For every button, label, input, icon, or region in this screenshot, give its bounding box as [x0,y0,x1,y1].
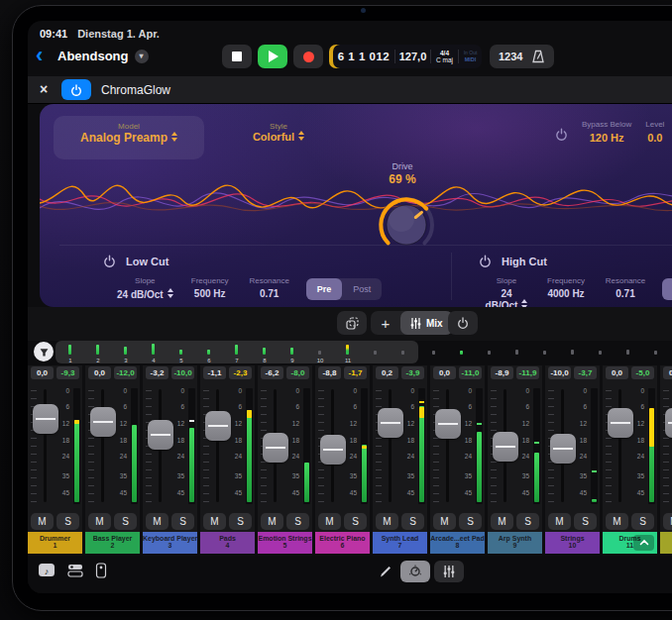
fader-handle[interactable] [550,434,576,464]
solo-button[interactable]: S [56,513,79,530]
duplicate-button[interactable] [337,311,367,335]
plugin-tiles-icon[interactable] [67,563,83,582]
volume-value[interactable]: -8,9 [491,366,513,379]
fader-handle[interactable] [608,408,633,438]
mute-button[interactable]: M [663,513,672,530]
peak-level-value[interactable]: -5,0 [631,366,654,379]
fader-handle[interactable] [263,433,288,463]
mute-button[interactable]: M [318,513,341,530]
lcd-display[interactable]: 6 1 1 012 127,0 4/4 C maj In Out MIDI [333,45,482,68]
peak-level-value[interactable]: -11,9 [516,366,539,379]
peak-level-value[interactable]: -3,7 [574,366,597,379]
mute-button[interactable]: M [491,513,513,530]
fader-handle[interactable] [665,408,672,438]
level-control[interactable]: Level 0.0 [645,120,664,144]
play-button[interactable] [258,45,287,68]
mute-button[interactable]: M [203,513,226,530]
peak-level-value[interactable]: -8,0 [286,366,309,379]
fader-handle[interactable] [320,435,346,465]
fader-handle[interactable] [493,432,518,462]
volume-value[interactable]: 0,0 [606,366,628,379]
mute-button[interactable]: M [261,513,283,530]
pre-option[interactable]: Pre [662,278,672,300]
solo-button[interactable]: S [459,513,482,530]
close-icon[interactable]: × [40,81,48,97]
fader-handle[interactable] [378,408,403,438]
high-cut-pre-post-segment[interactable]: Pre Post [662,278,672,300]
volume-value[interactable]: -3,2 [146,366,168,379]
track-label[interactable]: Drums 11 [603,532,657,554]
track-label[interactable]: Strings 10 [545,532,600,554]
solo-button[interactable]: S [574,513,597,530]
low-cut-resonance[interactable]: Resonance 0.71 [247,276,292,299]
high-cut-frequency[interactable]: Frequency 4000 Hz [543,276,589,299]
stop-button[interactable] [222,45,252,68]
mute-button[interactable]: M [376,513,398,530]
bypass-power-icon[interactable] [555,128,568,141]
record-button[interactable] [293,45,323,68]
low-cut-frequency[interactable]: Frequency 500 Hz [187,276,233,299]
pencil-icon[interactable] [379,565,392,582]
solo-button[interactable]: S [171,513,194,530]
mixer-view-button[interactable] [434,561,464,582]
back-chevron-icon[interactable]: ‹ [36,43,43,68]
track-label[interactable]: Pads 4 [200,532,255,554]
collapse-chevron-button[interactable] [633,535,654,551]
volume-value[interactable]: 0,0 [663,366,672,379]
fader-handle[interactable] [148,420,173,450]
low-cut-power-icon[interactable] [103,255,116,267]
model-selector[interactable]: Model Analog Preamp [54,116,204,159]
peak-level-value[interactable]: -10,0 [171,366,194,379]
chevron-down-icon[interactable]: ▾ [135,50,149,63]
plugin-power-button[interactable] [61,79,91,100]
mute-button[interactable]: M [606,513,628,530]
filter-button[interactable] [34,342,54,362]
count-in-button[interactable]: 1234 [499,51,522,62]
volume-value[interactable]: -8,8 [318,366,341,379]
fader-handle[interactable] [205,411,231,441]
mute-button[interactable]: M [31,513,54,530]
track-label[interactable]: Arcade...eet Pad 8 [430,532,485,554]
peak-level-value[interactable]: -9,3 [56,366,79,379]
track-label[interactable]: Arp Synth 9 [488,532,542,554]
solo-button[interactable]: S [631,513,654,530]
high-cut-power-icon[interactable] [479,255,492,267]
loop-browser-icon[interactable]: ♪ [38,563,56,582]
solo-button[interactable]: S [229,513,252,530]
overview-visible-window[interactable]: 1234567891011 [56,341,418,363]
solo-button[interactable]: S [401,513,424,530]
volume-value[interactable]: -6,2 [261,366,283,379]
solo-button[interactable]: S [114,513,137,530]
track-label[interactable]: Bass Player 2 [85,532,140,554]
peak-level-value[interactable]: -1,7 [344,366,367,379]
track-label[interactable]: Keyboard Player 3 [143,532,197,554]
metronome-icon[interactable] [531,50,545,63]
mute-button[interactable]: M [433,513,456,530]
solo-button[interactable]: S [516,513,539,530]
track-label[interactable]: Electric Piano 6 [315,532,370,554]
fader-handle[interactable] [90,407,116,437]
high-cut-slope[interactable]: Slope 24 dB/Oct [484,276,529,307]
bypass-below-control[interactable]: Bypass Below 120 Hz [582,120,631,144]
pre-option[interactable]: Pre [306,278,343,300]
volume-value[interactable]: 0,0 [433,366,456,379]
style-selector[interactable]: Style Colorful [234,122,323,143]
mix-button[interactable]: Mix [400,311,453,335]
project-title[interactable]: Abendsong ▾ [57,49,149,63]
mute-button[interactable]: M [548,513,571,530]
peak-level-value[interactable]: -3,9 [401,366,424,379]
solo-button[interactable]: S [344,513,367,530]
volume-value[interactable]: -1,1 [203,366,226,379]
fader-handle[interactable] [33,404,58,434]
track-label[interactable]: Chorus V 12 [660,532,672,554]
mixer-power-button[interactable] [448,311,478,335]
mute-button[interactable]: M [88,513,111,530]
drive-knob[interactable] [371,193,442,260]
low-cut-slope[interactable]: Slope 24 dB/Oct [117,276,173,300]
add-button[interactable]: + [371,315,400,332]
low-cut-pre-post-segment[interactable]: Pre Post [306,278,383,300]
track-label[interactable]: Emotion Strings 5 [258,532,312,554]
channel-controls-button[interactable] [400,561,430,582]
peak-level-value[interactable]: -11,0 [459,366,482,379]
volume-value[interactable]: 0,0 [31,366,54,379]
